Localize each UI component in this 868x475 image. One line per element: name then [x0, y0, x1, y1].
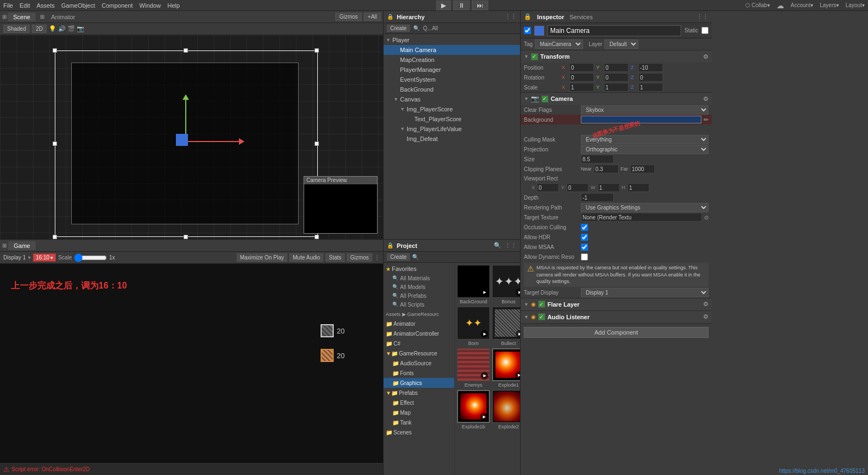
camera-header[interactable]: ▼ 📷 ✓ Camera ⚙: [521, 93, 712, 105]
maximize-btn[interactable]: Maximize On Play: [237, 253, 288, 262]
scale-slider[interactable]: [74, 254, 107, 262]
thumb-explode1b[interactable]: ▶ Explode1b: [457, 390, 490, 429]
pos-z[interactable]: [638, 63, 663, 72]
obj-name-input[interactable]: [547, 25, 681, 36]
hdr-check[interactable]: [581, 234, 588, 241]
layer-select[interactable]: Default: [604, 39, 638, 49]
menu-help[interactable]: Help: [167, 2, 180, 9]
asset-folder-prefabs[interactable]: ▼📁 Prefabs: [384, 388, 454, 398]
cloud-icon[interactable]: ☁: [776, 1, 784, 10]
thumb-explode1[interactable]: ▶ Explode1: [492, 348, 520, 388]
audio-listener-header[interactable]: ▼ ◉ ✓ Audio Listener ⚙: [521, 311, 712, 323]
layers-icon[interactable]: Layers▾: [820, 2, 839, 8]
gizmos-button[interactable]: Gizmos: [335, 13, 362, 21]
2d-btn[interactable]: 2D: [32, 25, 47, 33]
asset-folder-tank[interactable]: 📁 Tank: [384, 417, 454, 427]
tag-select[interactable]: MainCamera: [535, 39, 583, 49]
account-icon[interactable]: Account▾: [791, 2, 813, 8]
tree-item-mapcreation[interactable]: MapCreation: [384, 55, 520, 65]
menu-file[interactable]: File: [3, 2, 13, 9]
near-input[interactable]: [594, 165, 619, 173]
vp-w[interactable]: [598, 183, 620, 192]
scale-y[interactable]: [604, 83, 629, 92]
inspector-menu-icon[interactable]: ⋮⋮: [696, 13, 709, 20]
projection-select[interactable]: Orthographic: [581, 145, 709, 154]
layout-icon[interactable]: Layout▾: [846, 2, 865, 8]
background-edit-icon[interactable]: ✏: [704, 116, 709, 123]
vp-x[interactable]: [537, 183, 559, 192]
thumb-enemys[interactable]: ▶ Enemys: [457, 348, 490, 388]
play-button[interactable]: ▶: [436, 1, 451, 10]
game-viewport[interactable]: 上一步完成之后，调为16：10 20 20: [0, 264, 383, 463]
asset-folder-graphics[interactable]: 📁 Graphics: [384, 378, 454, 388]
transform-settings-icon[interactable]: ⚙: [703, 53, 709, 60]
menu-assets[interactable]: Assets: [37, 2, 55, 9]
depth-input[interactable]: [581, 193, 614, 202]
inspector-title[interactable]: Inspector: [537, 14, 564, 20]
static-checkbox[interactable]: [701, 27, 709, 34]
target-texture-input[interactable]: [581, 213, 702, 222]
asset-folder-effect[interactable]: 📁 Effect: [384, 398, 454, 408]
dynamic-reso-check[interactable]: [581, 253, 588, 261]
all-scripts[interactable]: 🔍 All Scripts: [384, 300, 454, 309]
occlusion-check[interactable]: [581, 224, 588, 231]
favorites-header[interactable]: ★ Favorites: [384, 264, 454, 274]
all-button[interactable]: +All: [364, 13, 381, 21]
all-prefabs[interactable]: 🔍 All Prefabs: [384, 291, 454, 300]
obj-active-checkbox[interactable]: [524, 27, 531, 34]
game-menu-icon[interactable]: ⋮: [374, 255, 380, 261]
pause-button[interactable]: ⏸: [453, 1, 470, 10]
rot-x[interactable]: [569, 73, 594, 82]
player-object[interactable]: [176, 134, 188, 146]
menu-edit[interactable]: Edit: [20, 2, 30, 9]
tree-item-img-score[interactable]: ▼ Img_PlayerScore: [384, 104, 520, 114]
asset-folder-scenes[interactable]: 📁 Scenes: [384, 427, 454, 437]
vp-y[interactable]: [567, 183, 589, 192]
asset-folder-csharp[interactable]: 📁 C#: [384, 338, 454, 348]
far-input[interactable]: [630, 165, 655, 173]
vp-h[interactable]: [627, 183, 649, 192]
hierarchy-create-btn[interactable]: Create: [387, 25, 410, 32]
tab-animator[interactable]: Animator: [45, 13, 81, 21]
add-component-btn[interactable]: Add Component: [524, 327, 709, 338]
project-search-icon[interactable]: 🔍: [494, 242, 501, 249]
pos-y[interactable]: [604, 63, 629, 72]
menu-gameobject[interactable]: GameObject: [61, 2, 95, 9]
thumb-bullect[interactable]: ▶ Bullect: [492, 307, 520, 346]
tree-item-defeat[interactable]: Img_Defeat: [384, 134, 520, 144]
pos-x[interactable]: [569, 63, 594, 72]
flare-layer-header[interactable]: ▼ ◉ ✓ Flare Layer ⚙: [521, 298, 712, 310]
project-create-btn[interactable]: Create: [387, 253, 410, 261]
asset-folder-animctrl[interactable]: 📁 AnimatorController: [384, 329, 454, 338]
scale-x[interactable]: [569, 83, 594, 92]
all-materials[interactable]: 🔍 All Materials: [384, 274, 454, 282]
menu-component[interactable]: Component: [101, 2, 133, 9]
services-tab[interactable]: Services: [570, 14, 593, 20]
transform-header[interactable]: ▼ ✓ Transform ⚙: [521, 50, 712, 63]
asset-folder-map[interactable]: 📁 Map: [384, 408, 454, 417]
msaa-check[interactable]: [581, 244, 588, 251]
tree-item-player[interactable]: ▼ Player: [384, 35, 520, 45]
tab-game[interactable]: Game: [8, 241, 36, 250]
shaded-btn[interactable]: Shaded: [3, 25, 30, 33]
step-button[interactable]: ⏭: [472, 1, 488, 10]
audio-settings-icon[interactable]: ⚙: [703, 313, 709, 320]
tree-item-life-value[interactable]: ▼ Img_PlayerLifeValue: [384, 124, 520, 134]
all-models[interactable]: 🔍 All Models: [384, 282, 454, 291]
target-display-select[interactable]: Display 1: [581, 288, 709, 297]
collab-icon[interactable]: ⬡ Collab▾: [745, 2, 770, 8]
tree-item-canvas[interactable]: ▼ Canvas: [384, 94, 520, 104]
asset-folder-fonts[interactable]: 📁 Fonts: [384, 368, 454, 378]
scene-viewport[interactable]: Camera Preview: [0, 35, 383, 239]
rendering-select[interactable]: Use Graphics Settings: [581, 203, 709, 212]
thumb-born[interactable]: ✦✦ ▶ Born: [457, 307, 490, 346]
thumb-background[interactable]: ▶ BackGround: [457, 265, 490, 304]
tree-item-text-score[interactable]: Text_PlayerScore: [384, 114, 520, 124]
thumb-bonus[interactable]: ✦✦✦ ▶ Bonus: [492, 265, 520, 304]
tree-item-playermanager[interactable]: PlayerManager: [384, 65, 520, 75]
thumb-explode2[interactable]: Explode2: [492, 390, 520, 429]
menu-window[interactable]: Window: [139, 2, 161, 9]
project-menu-icon[interactable]: ⋮⋮: [505, 242, 517, 249]
tab-scene[interactable]: Scene: [8, 13, 36, 21]
asset-folder-audiosource[interactable]: 📁 AudioSource: [384, 358, 454, 368]
